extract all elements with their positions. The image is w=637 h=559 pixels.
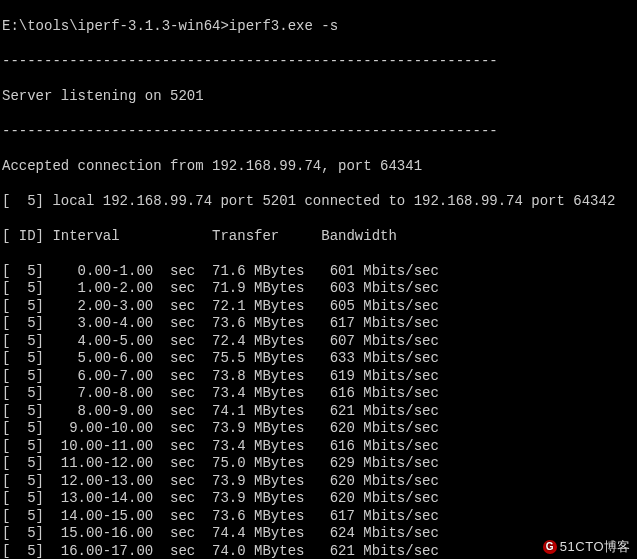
watermark-badge-icon: G	[543, 540, 557, 554]
listening-line: Server listening on 5201	[2, 88, 635, 106]
table-row: [ 5] 1.00-2.00 sec 71.9 MBytes 603 Mbits…	[2, 280, 635, 298]
table-row: [ 5] 16.00-17.00 sec 74.0 MBytes 621 Mbi…	[2, 543, 635, 560]
watermark: G51CTO博客	[543, 538, 631, 556]
table-row: [ 5] 2.00-3.00 sec 72.1 MBytes 605 Mbits…	[2, 298, 635, 316]
column-header: [ ID] Interval Transfer Bandwidth	[2, 228, 635, 246]
divider: ----------------------------------------…	[2, 123, 635, 141]
table-row: [ 5] 5.00-6.00 sec 75.5 MBytes 633 Mbits…	[2, 350, 635, 368]
interval-rows: [ 5] 0.00-1.00 sec 71.6 MBytes 601 Mbits…	[2, 263, 635, 560]
prompt-line: E:\tools\iperf-3.1.3-win64>iperf3.exe -s	[2, 18, 635, 36]
table-row: [ 5] 15.00-16.00 sec 74.4 MBytes 624 Mbi…	[2, 525, 635, 543]
terminal[interactable]: E:\tools\iperf-3.1.3-win64>iperf3.exe -s…	[0, 0, 637, 559]
divider: ----------------------------------------…	[2, 53, 635, 71]
accepted-line: Accepted connection from 192.168.99.74, …	[2, 158, 635, 176]
table-row: [ 5] 12.00-13.00 sec 73.9 MBytes 620 Mbi…	[2, 473, 635, 491]
table-row: [ 5] 13.00-14.00 sec 73.9 MBytes 620 Mbi…	[2, 490, 635, 508]
table-row: [ 5] 4.00-5.00 sec 72.4 MBytes 607 Mbits…	[2, 333, 635, 351]
table-row: [ 5] 10.00-11.00 sec 73.4 MBytes 616 Mbi…	[2, 438, 635, 456]
table-row: [ 5] 0.00-1.00 sec 71.6 MBytes 601 Mbits…	[2, 263, 635, 281]
table-row: [ 5] 9.00-10.00 sec 73.9 MBytes 620 Mbit…	[2, 420, 635, 438]
table-row: [ 5] 14.00-15.00 sec 73.6 MBytes 617 Mbi…	[2, 508, 635, 526]
table-row: [ 5] 3.00-4.00 sec 73.6 MBytes 617 Mbits…	[2, 315, 635, 333]
table-row: [ 5] 11.00-12.00 sec 75.0 MBytes 629 Mbi…	[2, 455, 635, 473]
local-line: [ 5] local 192.168.99.74 port 5201 conne…	[2, 193, 635, 211]
table-row: [ 5] 7.00-8.00 sec 73.4 MBytes 616 Mbits…	[2, 385, 635, 403]
table-row: [ 5] 6.00-7.00 sec 73.8 MBytes 619 Mbits…	[2, 368, 635, 386]
table-row: [ 5] 8.00-9.00 sec 74.1 MBytes 621 Mbits…	[2, 403, 635, 421]
watermark-text: 51CTO博客	[560, 539, 631, 554]
